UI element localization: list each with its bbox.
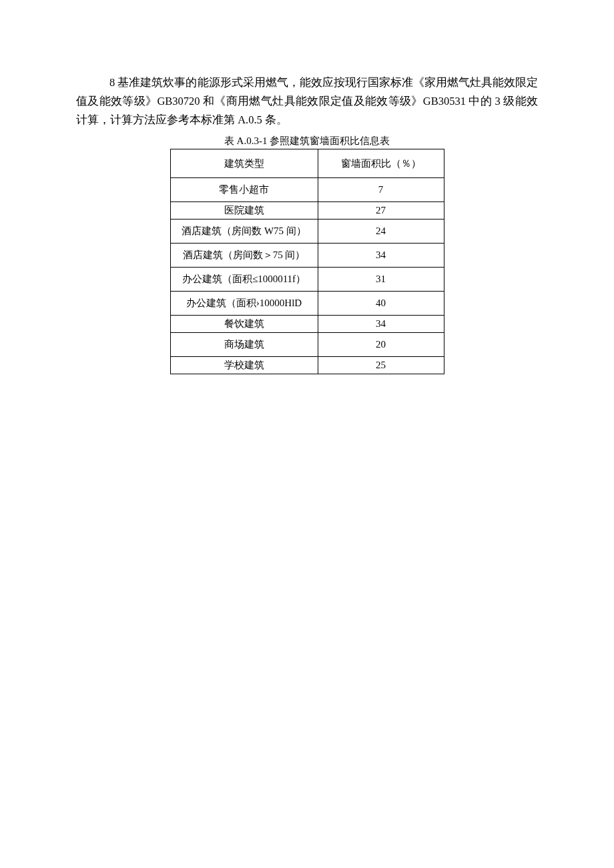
table-header-row: 建筑类型 窗墙面积比（％） [170, 149, 444, 178]
table-row: 餐饮建筑34 [170, 316, 444, 333]
table-caption: 表 A.0.3-1 参照建筑窗墙面积比信息表 [76, 135, 538, 147]
table-row: 办公建筑（面积≤1000011f）31 [170, 268, 444, 292]
header-ratio: 窗墙面积比（％） [318, 149, 444, 178]
cell-ratio: 31 [318, 268, 444, 292]
cell-ratio: 34 [318, 316, 444, 333]
cell-type: 酒店建筑（房间数 W75 间） [170, 220, 318, 244]
cell-ratio: 25 [318, 357, 444, 374]
ratio-table: 建筑类型 窗墙面积比（％） 零售小超市7医院建筑27酒店建筑（房间数 W75 间… [170, 149, 444, 374]
cell-type: 学校建筑 [170, 357, 318, 374]
table-row: 酒店建筑（房间数 W75 间）24 [170, 220, 444, 244]
cell-type: 酒店建筑（房间数＞75 间） [170, 244, 318, 268]
cell-ratio: 34 [318, 244, 444, 268]
cell-type: 商场建筑 [170, 333, 318, 357]
paragraph-text: 8 基准建筑炊事的能源形式采用燃气，能效应按现行国家标准《家用燃气灶具能效限定值… [76, 76, 538, 126]
table-row: 酒店建筑（房间数＞75 间）34 [170, 244, 444, 268]
body-paragraph: 8 基准建筑炊事的能源形式采用燃气，能效应按现行国家标准《家用燃气灶具能效限定值… [76, 73, 538, 129]
cell-ratio: 24 [318, 220, 444, 244]
cell-ratio: 27 [318, 202, 444, 220]
cell-ratio: 20 [318, 333, 444, 357]
table-row: 零售小超市7 [170, 178, 444, 202]
table-row: 医院建筑27 [170, 202, 444, 220]
cell-ratio: 40 [318, 292, 444, 316]
header-type: 建筑类型 [170, 149, 318, 178]
table-row: 学校建筑25 [170, 357, 444, 374]
cell-type: 零售小超市 [170, 178, 318, 202]
cell-type: 办公建筑（面积›10000HlD [170, 292, 318, 316]
table-row: 办公建筑（面积›10000HlD40 [170, 292, 444, 316]
cell-type: 餐饮建筑 [170, 316, 318, 333]
table-row: 商场建筑20 [170, 333, 444, 357]
cell-type: 医院建筑 [170, 202, 318, 220]
cell-ratio: 7 [318, 178, 444, 202]
cell-type: 办公建筑（面积≤1000011f） [170, 268, 318, 292]
